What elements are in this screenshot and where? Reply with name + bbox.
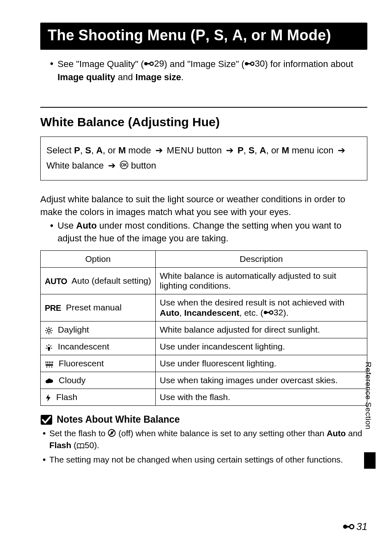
opt-label: Preset manual [64,303,122,312]
bullet-dot: • [50,219,58,245]
bb-bold: Auto [76,220,97,231]
svg-line-22 [46,345,48,347]
mode-p: P [196,27,205,44]
auto-icon: AUTO [45,277,67,286]
nav-mode-m: M [118,145,126,155]
nav-mode-a: A [96,145,103,155]
nav-button-word: button [194,145,224,155]
svg-line-16 [46,328,47,329]
opt-desc: Use when taking images under overcast sk… [155,372,367,389]
opt-label: Cloudy [56,375,85,385]
d1f: ). [283,308,288,317]
mode-m: M [270,27,283,44]
svg-line-33 [46,366,47,368]
svg-line-17 [51,332,51,333]
page-title: The Shooting Menu (P, S, A, or M Mode) [48,27,360,44]
nb1d: ( [71,440,77,450]
svg-line-19 [51,328,51,329]
nav-mode-s2: S [249,145,255,155]
intro-text: See "Image Quality" (29) and "Image Size… [58,57,367,84]
opt-desc: Use with the flash. [155,389,367,406]
svg-point-44 [350,525,354,529]
mode-a: A [232,27,243,44]
opt-desc: White balance is automatically adjusted … [155,268,367,294]
notes-bullet-text: The setting may not be changed when usin… [49,454,343,466]
table-row: PRE Preset manual Use when the desired r… [41,294,367,322]
table-row: Fluorescent Use under fluorescent lighti… [41,355,367,372]
arrow-icon: ➔ [154,145,164,155]
nb1e: ). [94,440,99,450]
nav-mode-word: mode [126,145,153,155]
section-ref-icon: 29 [144,57,164,70]
arrow-icon: ➔ [336,145,347,155]
bb-b: under most conditions. Change the settin… [58,220,341,243]
svg-rect-26 [48,349,50,351]
svg-point-5 [251,62,254,65]
notes-bullet-text: Set the flash to (off) when white balanc… [49,428,367,451]
flash-off-icon [108,428,116,438]
opt-label: Daylight [55,325,89,334]
opt-desc: Use when the desired result is not achie… [155,294,367,322]
table-row: Incandescent Use under incandescent ligh… [41,338,367,355]
book-ref-icon [76,440,85,450]
intro-bold-a: Image quality [58,72,115,82]
body-paragraph: Adjust white balance to suit the light s… [40,193,367,218]
d1b: Auto [160,308,180,317]
flash-icon [45,394,51,402]
section-ref-icon: 30 [244,57,265,70]
nav-menuicon-word: menu icon [289,145,336,155]
intro-ref-a: 29 [154,57,164,70]
opt-label: Incandescent [55,342,109,351]
section-heading: White Balance (Adjusting Hue) [40,115,367,129]
title-suffix: Mode) [283,27,331,44]
intro-text-b: ) and "Image Size" ( [164,59,244,69]
table-row: Daylight White balance adjusted for dire… [41,322,367,338]
nb1bold: Auto [327,428,346,438]
section-ref-icon: 32 [263,308,283,317]
page-number: 31 [342,521,367,532]
notes-heading-row: Notes About White Balance [40,414,367,425]
intro-text-c: ) for information about [265,59,353,69]
white-balance-options-table: Option Description AUTO Auto (default se… [40,250,367,406]
arrow-icon: ➔ [224,145,235,155]
side-tab-marker [364,452,376,469]
svg-point-11 [48,329,51,332]
nb1c: and [346,428,362,438]
svg-line-35 [51,366,52,368]
d1d: Incandescent [184,308,239,317]
col-option: Option [41,251,156,268]
bullet-dot: • [50,57,58,84]
menu-glyph: MENU [167,145,194,155]
manual-page: The Shooting Menu (P, S, A, or M Mode) •… [0,0,392,553]
col-description: Description [155,251,367,268]
incandescent-icon [45,343,53,352]
nav-mode-a2: A [260,145,266,155]
nb1ref: 50 [85,440,94,450]
page-title-bar: The Shooting Menu (P, S, A, or M Mode) [40,23,367,50]
nav-mode-s: S [85,145,91,155]
cloudy-icon [45,377,54,385]
nav-mode-p2: P [238,145,244,155]
divider [40,107,367,108]
ok-button-icon: OK [120,160,129,171]
bullet-dot: • [43,454,49,466]
opt-label: Fluorescent [56,359,104,368]
side-tab: Reference Section [363,362,373,448]
side-tab-label: Reference Section [364,362,373,430]
d1c: , [180,308,184,317]
svg-line-18 [46,332,47,333]
section-ref-icon [342,523,355,531]
nav-wb: White balance [46,160,106,171]
intro-text-a: See "Image Quality" ( [58,59,144,69]
opt-label: Flash [54,392,77,402]
arrow-icon: ➔ [106,160,117,171]
page-number-value: 31 [356,521,367,532]
intro-text-e: . [181,72,184,82]
intro-ref-b: 30 [255,57,265,70]
table-row: Cloudy Use when taking images under over… [41,372,367,389]
d1e: , etc. ( [240,308,263,317]
opt-desc: White balance adjusted for direct sunlig… [155,322,367,338]
nav-mode-p: P [74,145,80,155]
d1ref: 32 [274,308,283,317]
opt-desc: Use under incandescent lighting. [155,338,367,355]
